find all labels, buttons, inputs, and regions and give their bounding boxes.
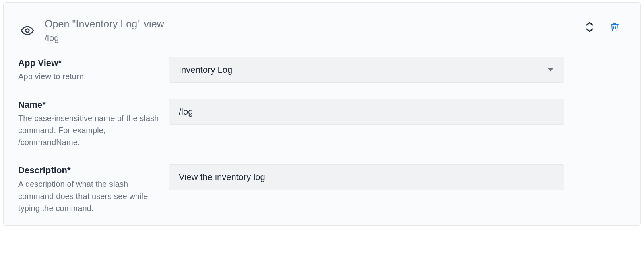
eye-icon (21, 24, 34, 37)
field-right: Inventory Log (169, 57, 626, 83)
card-subtitle: /log (45, 33, 629, 43)
app-view-value: Inventory Log (179, 65, 232, 75)
delete-button[interactable] (610, 22, 619, 32)
svg-point-0 (26, 29, 29, 33)
field-row-app-view: App View* App view to return. Inventory … (18, 57, 626, 83)
card-title: Open "Inventory Log" view (45, 17, 629, 31)
field-left: Description* A description of what the s… (18, 164, 169, 214)
trash-icon (610, 22, 619, 32)
name-label: Name* (18, 99, 162, 111)
field-left: App View* App view to return. (18, 57, 169, 83)
app-view-help: App view to return. (18, 70, 162, 82)
description-help: A description of what the slash command … (18, 178, 162, 214)
dropdown-caret-icon (547, 65, 554, 75)
collapse-icon (585, 21, 594, 33)
app-view-select[interactable]: Inventory Log (169, 57, 564, 83)
slash-command-card: Open "Inventory Log" view /log (3, 2, 641, 226)
description-label: Description* (18, 164, 162, 176)
field-row-name: Name* The case-insensitive name of the s… (18, 99, 626, 149)
card-titles: Open "Inventory Log" view /log (37, 17, 629, 43)
name-help: The case-insensitive name of the slash c… (18, 112, 162, 148)
description-input[interactable] (169, 164, 564, 190)
field-right (169, 164, 626, 190)
field-left: Name* The case-insensitive name of the s… (18, 99, 169, 149)
field-row-description: Description* A description of what the s… (18, 164, 626, 214)
field-right (169, 99, 626, 125)
view-icon (18, 17, 37, 37)
name-input[interactable] (169, 99, 564, 125)
card-header: Open "Inventory Log" view /log (4, 3, 640, 48)
collapse-button[interactable] (585, 21, 594, 33)
card-actions (585, 21, 619, 33)
app-view-label: App View* (18, 57, 162, 69)
fields: App View* App view to return. Inventory … (4, 48, 640, 214)
